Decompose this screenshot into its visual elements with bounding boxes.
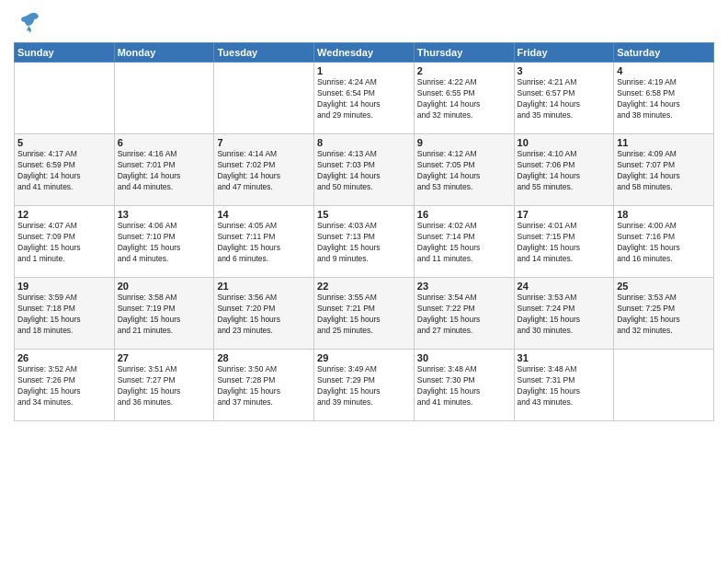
cell-info: Sunrise: 3:55 AMSunset: 7:21 PMDaylight:…: [317, 293, 411, 337]
cell-info: Sunrise: 4:01 AMSunset: 7:15 PMDaylight:…: [518, 221, 611, 265]
calendar-cell: 3Sunrise: 4:21 AMSunset: 6:57 PMDaylight…: [514, 63, 614, 134]
cell-info: Sunrise: 3:59 AMSunset: 7:18 PMDaylight:…: [17, 293, 111, 337]
calendar-cell: 7Sunrise: 4:14 AMSunset: 7:02 PMDaylight…: [214, 134, 314, 206]
cell-info: Sunrise: 4:10 AMSunset: 7:06 PMDaylight:…: [518, 149, 611, 193]
cell-info: Sunrise: 4:12 AMSunset: 7:05 PMDaylight:…: [417, 149, 511, 193]
calendar-page: SundayMondayTuesdayWednesdayThursdayFrid…: [0, 0, 728, 563]
day-number: 23: [417, 281, 511, 292]
calendar-cell: 24Sunrise: 3:53 AMSunset: 7:24 PMDayligh…: [514, 278, 614, 350]
day-number: 8: [317, 137, 411, 148]
calendar-cell: 22Sunrise: 3:55 AMSunset: 7:21 PMDayligh…: [314, 278, 415, 350]
cell-info: Sunrise: 3:54 AMSunset: 7:22 PMDaylight:…: [417, 293, 511, 337]
calendar-cell: 8Sunrise: 4:13 AMSunset: 7:03 PMDaylight…: [314, 134, 415, 206]
cell-info: Sunrise: 3:53 AMSunset: 7:24 PMDaylight:…: [518, 293, 611, 337]
calendar-cell: [15, 63, 115, 134]
cell-info: Sunrise: 4:17 AMSunset: 6:59 PMDaylight:…: [17, 149, 111, 193]
cell-info: Sunrise: 3:48 AMSunset: 7:30 PMDaylight:…: [417, 364, 511, 408]
day-number: 16: [417, 209, 511, 220]
cell-info: Sunrise: 3:51 AMSunset: 7:27 PMDaylight:…: [118, 364, 211, 408]
day-number: 24: [518, 281, 611, 292]
cell-info: Sunrise: 3:50 AMSunset: 7:28 PMDaylight:…: [217, 364, 311, 408]
calendar-cell: 6Sunrise: 4:16 AMSunset: 7:01 PMDaylight…: [114, 134, 214, 206]
logo: [14, 9, 41, 35]
cell-info: Sunrise: 4:05 AMSunset: 7:11 PMDaylight:…: [217, 221, 311, 265]
day-number: 17: [518, 209, 611, 220]
day-number: 19: [17, 281, 111, 292]
cell-info: Sunrise: 3:52 AMSunset: 7:26 PMDaylight:…: [17, 364, 111, 408]
cell-info: Sunrise: 3:56 AMSunset: 7:20 PMDaylight:…: [217, 293, 311, 337]
calendar-week-row: 26Sunrise: 3:52 AMSunset: 7:26 PMDayligh…: [15, 350, 714, 421]
day-number: 6: [118, 137, 211, 148]
day-number: 15: [317, 209, 411, 220]
calendar-cell: 25Sunrise: 3:53 AMSunset: 7:25 PMDayligh…: [614, 278, 714, 350]
cell-info: Sunrise: 4:21 AMSunset: 6:57 PMDaylight:…: [518, 77, 611, 121]
day-number: 4: [617, 65, 711, 76]
day-number: 12: [17, 209, 111, 220]
day-of-week-header: Saturday: [614, 43, 714, 63]
calendar-week-row: 19Sunrise: 3:59 AMSunset: 7:18 PMDayligh…: [15, 278, 714, 350]
day-number: 31: [518, 352, 611, 363]
calendar-cell: 31Sunrise: 3:48 AMSunset: 7:31 PMDayligh…: [514, 350, 614, 421]
day-number: 22: [317, 281, 411, 292]
day-number: 1: [317, 65, 411, 76]
day-of-week-header: Thursday: [414, 43, 514, 63]
calendar-cell: [614, 350, 714, 421]
calendar-cell: 11Sunrise: 4:09 AMSunset: 7:07 PMDayligh…: [614, 134, 714, 206]
day-number: 9: [417, 137, 511, 148]
cell-info: Sunrise: 4:09 AMSunset: 7:07 PMDaylight:…: [617, 149, 711, 193]
day-number: 5: [17, 137, 111, 148]
cell-info: Sunrise: 4:00 AMSunset: 7:16 PMDaylight:…: [617, 221, 711, 265]
calendar-cell: 9Sunrise: 4:12 AMSunset: 7:05 PMDaylight…: [414, 134, 514, 206]
day-number: 11: [617, 137, 711, 148]
calendar-week-row: 12Sunrise: 4:07 AMSunset: 7:09 PMDayligh…: [15, 206, 714, 278]
calendar-cell: 20Sunrise: 3:58 AMSunset: 7:19 PMDayligh…: [114, 278, 214, 350]
cell-info: Sunrise: 4:24 AMSunset: 6:54 PMDaylight:…: [317, 77, 411, 121]
day-number: 27: [118, 352, 211, 363]
calendar-cell: 1Sunrise: 4:24 AMSunset: 6:54 PMDaylight…: [314, 63, 415, 134]
calendar-cell: 10Sunrise: 4:10 AMSunset: 7:06 PMDayligh…: [514, 134, 614, 206]
day-number: 25: [617, 281, 711, 292]
day-number: 3: [518, 65, 611, 76]
day-number: 20: [118, 281, 211, 292]
calendar-week-row: 1Sunrise: 4:24 AMSunset: 6:54 PMDaylight…: [15, 63, 714, 134]
calendar-cell: 18Sunrise: 4:00 AMSunset: 7:16 PMDayligh…: [614, 206, 714, 278]
calendar-cell: 14Sunrise: 4:05 AMSunset: 7:11 PMDayligh…: [214, 206, 314, 278]
calendar-table: SundayMondayTuesdayWednesdayThursdayFrid…: [14, 42, 714, 421]
cell-info: Sunrise: 4:14 AMSunset: 7:02 PMDaylight:…: [217, 149, 311, 193]
cell-info: Sunrise: 4:06 AMSunset: 7:10 PMDaylight:…: [118, 221, 211, 265]
calendar-cell: 26Sunrise: 3:52 AMSunset: 7:26 PMDayligh…: [15, 350, 115, 421]
cell-info: Sunrise: 4:16 AMSunset: 7:01 PMDaylight:…: [118, 149, 211, 193]
calendar-cell: 29Sunrise: 3:49 AMSunset: 7:29 PMDayligh…: [314, 350, 415, 421]
day-number: 21: [217, 281, 311, 292]
calendar-cell: 27Sunrise: 3:51 AMSunset: 7:27 PMDayligh…: [114, 350, 214, 421]
day-of-week-header: Friday: [514, 43, 614, 63]
day-number: 13: [118, 209, 211, 220]
calendar-cell: 30Sunrise: 3:48 AMSunset: 7:30 PMDayligh…: [414, 350, 514, 421]
cell-info: Sunrise: 3:58 AMSunset: 7:19 PMDaylight:…: [118, 293, 211, 337]
calendar-cell: 16Sunrise: 4:02 AMSunset: 7:14 PMDayligh…: [414, 206, 514, 278]
cell-info: Sunrise: 4:22 AMSunset: 6:55 PMDaylight:…: [417, 77, 511, 121]
day-of-week-header: Tuesday: [214, 43, 314, 63]
calendar-cell: 23Sunrise: 3:54 AMSunset: 7:22 PMDayligh…: [414, 278, 514, 350]
calendar-cell: 15Sunrise: 4:03 AMSunset: 7:13 PMDayligh…: [314, 206, 415, 278]
day-number: 30: [417, 352, 511, 363]
day-number: 2: [417, 65, 511, 76]
calendar-cell: 5Sunrise: 4:17 AMSunset: 6:59 PMDaylight…: [15, 134, 115, 206]
calendar-cell: 28Sunrise: 3:50 AMSunset: 7:28 PMDayligh…: [214, 350, 314, 421]
day-number: 10: [518, 137, 611, 148]
calendar-body: 1Sunrise: 4:24 AMSunset: 6:54 PMDaylight…: [15, 63, 714, 421]
cell-info: Sunrise: 4:02 AMSunset: 7:14 PMDaylight:…: [417, 221, 511, 265]
cell-info: Sunrise: 4:13 AMSunset: 7:03 PMDaylight:…: [317, 149, 411, 193]
cell-info: Sunrise: 4:07 AMSunset: 7:09 PMDaylight:…: [17, 221, 111, 265]
calendar-cell: 12Sunrise: 4:07 AMSunset: 7:09 PMDayligh…: [15, 206, 115, 278]
day-number: 26: [17, 352, 111, 363]
calendar-cell: 19Sunrise: 3:59 AMSunset: 7:18 PMDayligh…: [15, 278, 115, 350]
day-of-week-header: Monday: [114, 43, 214, 63]
calendar-cell: [214, 63, 314, 134]
calendar-cell: [114, 63, 214, 134]
calendar-cell: 13Sunrise: 4:06 AMSunset: 7:10 PMDayligh…: [114, 206, 214, 278]
calendar-week-row: 5Sunrise: 4:17 AMSunset: 6:59 PMDaylight…: [15, 134, 714, 206]
calendar-cell: 4Sunrise: 4:19 AMSunset: 6:58 PMDaylight…: [614, 63, 714, 134]
day-of-week-header: Wednesday: [314, 43, 415, 63]
day-of-week-header: Sunday: [15, 43, 115, 63]
